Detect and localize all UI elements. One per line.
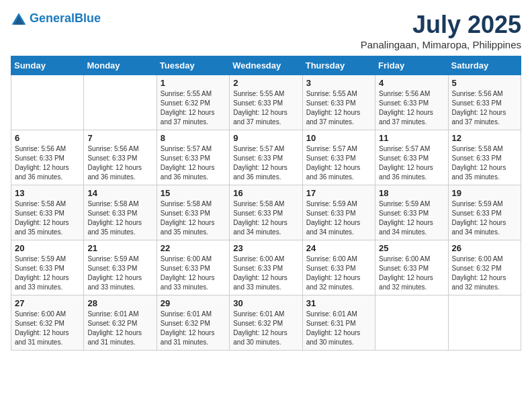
calendar-cell: 23Sunrise: 6:00 AM Sunset: 6:33 PM Dayli… — [230, 240, 302, 295]
col-header-monday: Monday — [84, 56, 157, 75]
cell-details: Sunrise: 6:00 AM Sunset: 6:33 PM Dayligh… — [379, 255, 444, 292]
cell-details: Sunrise: 6:00 AM Sunset: 6:33 PM Dayligh… — [306, 255, 371, 292]
day-number: 12 — [452, 133, 517, 143]
day-number: 6 — [15, 133, 80, 143]
calendar-cell — [375, 295, 448, 351]
calendar-cell: 31Sunrise: 6:01 AM Sunset: 6:31 PM Dayli… — [302, 295, 375, 351]
day-number: 21 — [87, 243, 152, 253]
cell-details: Sunrise: 5:56 AM Sunset: 6:33 PM Dayligh… — [15, 144, 80, 182]
day-number: 22 — [161, 243, 226, 253]
calendar-cell — [84, 75, 157, 130]
day-number: 29 — [161, 298, 226, 308]
cell-details: Sunrise: 5:55 AM Sunset: 6:32 PM Dayligh… — [161, 89, 226, 127]
calendar-cell: 26Sunrise: 6:00 AM Sunset: 6:32 PM Dayli… — [448, 240, 521, 295]
logo: GeneralBlue — [11, 11, 101, 27]
day-number: 24 — [306, 243, 371, 253]
calendar-cell: 20Sunrise: 5:59 AM Sunset: 6:33 PM Dayli… — [11, 240, 84, 295]
cell-details: Sunrise: 5:55 AM Sunset: 6:33 PM Dayligh… — [233, 89, 298, 127]
day-number: 11 — [379, 133, 444, 143]
day-number: 31 — [306, 298, 371, 308]
day-number: 30 — [233, 298, 298, 308]
calendar-cell: 24Sunrise: 6:00 AM Sunset: 6:33 PM Dayli… — [302, 240, 375, 295]
calendar-cell: 22Sunrise: 6:00 AM Sunset: 6:33 PM Dayli… — [157, 240, 229, 295]
col-header-friday: Friday — [375, 56, 448, 75]
cell-details: Sunrise: 5:58 AM Sunset: 6:33 PM Dayligh… — [15, 199, 80, 237]
day-number: 9 — [233, 133, 298, 143]
col-header-thursday: Thursday — [302, 56, 375, 75]
cell-details: Sunrise: 5:59 AM Sunset: 6:33 PM Dayligh… — [379, 199, 444, 237]
day-number: 18 — [379, 188, 444, 198]
day-number: 2 — [233, 78, 298, 88]
calendar-cell: 1Sunrise: 5:55 AM Sunset: 6:32 PM Daylig… — [157, 75, 229, 130]
calendar-header-row: SundayMondayTuesdayWednesdayThursdayFrid… — [11, 56, 521, 75]
cell-details: Sunrise: 6:01 AM Sunset: 6:32 PM Dayligh… — [87, 310, 152, 347]
calendar-cell: 17Sunrise: 5:59 AM Sunset: 6:33 PM Dayli… — [302, 185, 375, 240]
day-number: 1 — [161, 78, 226, 88]
day-number: 8 — [161, 133, 226, 143]
cell-details: Sunrise: 5:57 AM Sunset: 6:33 PM Dayligh… — [233, 144, 298, 182]
day-number: 27 — [15, 298, 80, 308]
calendar-cell: 19Sunrise: 5:59 AM Sunset: 6:33 PM Dayli… — [448, 185, 521, 240]
calendar-cell: 14Sunrise: 5:58 AM Sunset: 6:33 PM Dayli… — [84, 185, 157, 240]
day-number: 25 — [379, 243, 444, 253]
calendar-week-row: 13Sunrise: 5:58 AM Sunset: 6:33 PM Dayli… — [11, 185, 521, 240]
calendar-cell: 6Sunrise: 5:56 AM Sunset: 6:33 PM Daylig… — [11, 130, 84, 185]
day-number: 23 — [233, 243, 298, 253]
day-number: 26 — [452, 243, 517, 253]
day-number: 20 — [15, 243, 80, 253]
calendar-cell: 16Sunrise: 5:58 AM Sunset: 6:33 PM Dayli… — [230, 185, 302, 240]
calendar-cell: 3Sunrise: 5:55 AM Sunset: 6:33 PM Daylig… — [302, 75, 375, 130]
calendar-subtitle: Panalingaan, Mimaropa, Philippines — [361, 39, 521, 50]
cell-details: Sunrise: 5:58 AM Sunset: 6:33 PM Dayligh… — [87, 199, 152, 237]
logo-icon — [11, 11, 27, 27]
calendar-cell: 12Sunrise: 5:58 AM Sunset: 6:33 PM Dayli… — [448, 130, 521, 185]
cell-details: Sunrise: 6:00 AM Sunset: 6:32 PM Dayligh… — [15, 310, 80, 347]
cell-details: Sunrise: 6:01 AM Sunset: 6:32 PM Dayligh… — [161, 310, 226, 347]
calendar-cell: 11Sunrise: 5:57 AM Sunset: 6:33 PM Dayli… — [375, 130, 448, 185]
day-number: 15 — [161, 188, 226, 198]
logo-line1: General — [30, 11, 75, 25]
calendar-table: SundayMondayTuesdayWednesdayThursdayFrid… — [11, 56, 521, 351]
cell-details: Sunrise: 5:58 AM Sunset: 6:33 PM Dayligh… — [452, 144, 517, 182]
logo-text: GeneralBlue — [30, 12, 101, 26]
day-number: 19 — [452, 188, 517, 198]
cell-details: Sunrise: 5:56 AM Sunset: 6:33 PM Dayligh… — [452, 89, 517, 127]
day-number: 13 — [15, 188, 80, 198]
day-number: 14 — [87, 188, 152, 198]
cell-details: Sunrise: 5:57 AM Sunset: 6:33 PM Dayligh… — [161, 144, 226, 182]
col-header-tuesday: Tuesday — [157, 56, 229, 75]
cell-details: Sunrise: 6:01 AM Sunset: 6:31 PM Dayligh… — [306, 310, 371, 347]
header: GeneralBlue July 2025 Panalingaan, Mimar… — [11, 11, 521, 50]
calendar-title: July 2025 — [361, 11, 521, 39]
calendar-cell: 15Sunrise: 5:58 AM Sunset: 6:33 PM Dayli… — [157, 185, 229, 240]
calendar-cell: 27Sunrise: 6:00 AM Sunset: 6:32 PM Dayli… — [11, 295, 84, 351]
cell-details: Sunrise: 6:00 AM Sunset: 6:33 PM Dayligh… — [233, 255, 298, 292]
cell-details: Sunrise: 5:59 AM Sunset: 6:33 PM Dayligh… — [15, 255, 80, 292]
day-number: 28 — [87, 298, 152, 308]
cell-details: Sunrise: 6:00 AM Sunset: 6:32 PM Dayligh… — [452, 255, 517, 292]
calendar-cell: 25Sunrise: 6:00 AM Sunset: 6:33 PM Dayli… — [375, 240, 448, 295]
calendar-cell: 7Sunrise: 5:56 AM Sunset: 6:33 PM Daylig… — [84, 130, 157, 185]
calendar-cell: 5Sunrise: 5:56 AM Sunset: 6:33 PM Daylig… — [448, 75, 521, 130]
day-number: 5 — [452, 78, 517, 88]
cell-details: Sunrise: 5:57 AM Sunset: 6:33 PM Dayligh… — [379, 144, 444, 182]
cell-details: Sunrise: 6:00 AM Sunset: 6:33 PM Dayligh… — [161, 255, 226, 292]
calendar-cell: 28Sunrise: 6:01 AM Sunset: 6:32 PM Dayli… — [84, 295, 157, 351]
day-number: 16 — [233, 188, 298, 198]
calendar-cell: 29Sunrise: 6:01 AM Sunset: 6:32 PM Dayli… — [157, 295, 229, 351]
cell-details: Sunrise: 5:59 AM Sunset: 6:33 PM Dayligh… — [87, 255, 152, 292]
calendar-week-row: 20Sunrise: 5:59 AM Sunset: 6:33 PM Dayli… — [11, 240, 521, 295]
calendar-week-row: 6Sunrise: 5:56 AM Sunset: 6:33 PM Daylig… — [11, 130, 521, 185]
calendar-cell: 8Sunrise: 5:57 AM Sunset: 6:33 PM Daylig… — [157, 130, 229, 185]
col-header-wednesday: Wednesday — [230, 56, 302, 75]
calendar-cell: 9Sunrise: 5:57 AM Sunset: 6:33 PM Daylig… — [230, 130, 302, 185]
logo-line2: Blue — [75, 11, 101, 25]
cell-details: Sunrise: 5:58 AM Sunset: 6:33 PM Dayligh… — [233, 199, 298, 237]
calendar-week-row: 1Sunrise: 5:55 AM Sunset: 6:32 PM Daylig… — [11, 75, 521, 130]
cell-details: Sunrise: 5:56 AM Sunset: 6:33 PM Dayligh… — [379, 89, 444, 127]
calendar-cell — [11, 75, 84, 130]
calendar-cell: 18Sunrise: 5:59 AM Sunset: 6:33 PM Dayli… — [375, 185, 448, 240]
title-area: July 2025 Panalingaan, Mimaropa, Philipp… — [361, 11, 521, 50]
cell-details: Sunrise: 6:01 AM Sunset: 6:32 PM Dayligh… — [233, 310, 298, 347]
day-number: 17 — [306, 188, 371, 198]
